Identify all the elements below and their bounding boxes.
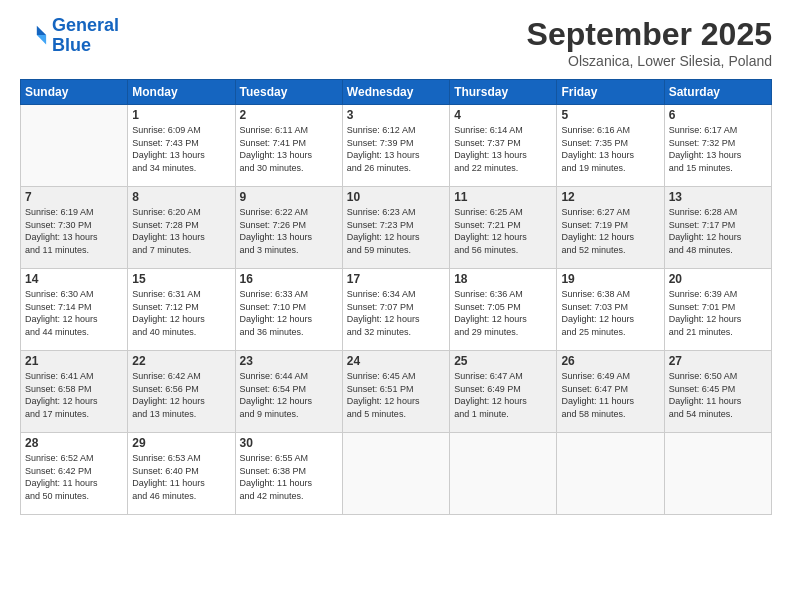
cell-info: Sunrise: 6:49 AM Sunset: 6:47 PM Dayligh… xyxy=(561,370,659,420)
cell-info: Sunrise: 6:30 AM Sunset: 7:14 PM Dayligh… xyxy=(25,288,123,338)
table-row: 11Sunrise: 6:25 AM Sunset: 7:21 PM Dayli… xyxy=(450,187,557,269)
table-row: 4Sunrise: 6:14 AM Sunset: 7:37 PM Daylig… xyxy=(450,105,557,187)
day-number: 25 xyxy=(454,354,552,368)
table-row: 1Sunrise: 6:09 AM Sunset: 7:43 PM Daylig… xyxy=(128,105,235,187)
col-saturday: Saturday xyxy=(664,80,771,105)
table-row: 7Sunrise: 6:19 AM Sunset: 7:30 PM Daylig… xyxy=(21,187,128,269)
calendar-week-row-4: 28Sunrise: 6:52 AM Sunset: 6:42 PM Dayli… xyxy=(21,433,772,515)
table-row xyxy=(450,433,557,515)
table-row: 2Sunrise: 6:11 AM Sunset: 7:41 PM Daylig… xyxy=(235,105,342,187)
table-row: 5Sunrise: 6:16 AM Sunset: 7:35 PM Daylig… xyxy=(557,105,664,187)
table-row: 10Sunrise: 6:23 AM Sunset: 7:23 PM Dayli… xyxy=(342,187,449,269)
day-number: 6 xyxy=(669,108,767,122)
day-number: 2 xyxy=(240,108,338,122)
day-number: 9 xyxy=(240,190,338,204)
day-number: 3 xyxy=(347,108,445,122)
cell-info: Sunrise: 6:38 AM Sunset: 7:03 PM Dayligh… xyxy=(561,288,659,338)
col-wednesday: Wednesday xyxy=(342,80,449,105)
day-number: 15 xyxy=(132,272,230,286)
day-number: 19 xyxy=(561,272,659,286)
table-row: 16Sunrise: 6:33 AM Sunset: 7:10 PM Dayli… xyxy=(235,269,342,351)
day-number: 28 xyxy=(25,436,123,450)
day-number: 17 xyxy=(347,272,445,286)
table-row: 19Sunrise: 6:38 AM Sunset: 7:03 PM Dayli… xyxy=(557,269,664,351)
table-row: 23Sunrise: 6:44 AM Sunset: 6:54 PM Dayli… xyxy=(235,351,342,433)
cell-info: Sunrise: 6:41 AM Sunset: 6:58 PM Dayligh… xyxy=(25,370,123,420)
cell-info: Sunrise: 6:34 AM Sunset: 7:07 PM Dayligh… xyxy=(347,288,445,338)
table-row: 29Sunrise: 6:53 AM Sunset: 6:40 PM Dayli… xyxy=(128,433,235,515)
calendar-week-row-3: 21Sunrise: 6:41 AM Sunset: 6:58 PM Dayli… xyxy=(21,351,772,433)
month-title: September 2025 xyxy=(527,16,772,53)
title-block: September 2025 Olszanica, Lower Silesia,… xyxy=(527,16,772,69)
logo: General Blue xyxy=(20,16,119,56)
calendar-week-row-0: 1Sunrise: 6:09 AM Sunset: 7:43 PM Daylig… xyxy=(21,105,772,187)
cell-info: Sunrise: 6:11 AM Sunset: 7:41 PM Dayligh… xyxy=(240,124,338,174)
col-monday: Monday xyxy=(128,80,235,105)
table-row: 27Sunrise: 6:50 AM Sunset: 6:45 PM Dayli… xyxy=(664,351,771,433)
table-row: 18Sunrise: 6:36 AM Sunset: 7:05 PM Dayli… xyxy=(450,269,557,351)
page: General Blue September 2025 Olszanica, L… xyxy=(0,0,792,612)
logo-text: General Blue xyxy=(52,16,119,56)
location: Olszanica, Lower Silesia, Poland xyxy=(527,53,772,69)
header: General Blue September 2025 Olszanica, L… xyxy=(20,16,772,69)
day-number: 22 xyxy=(132,354,230,368)
table-row: 3Sunrise: 6:12 AM Sunset: 7:39 PM Daylig… xyxy=(342,105,449,187)
table-row: 14Sunrise: 6:30 AM Sunset: 7:14 PM Dayli… xyxy=(21,269,128,351)
cell-info: Sunrise: 6:50 AM Sunset: 6:45 PM Dayligh… xyxy=(669,370,767,420)
day-number: 12 xyxy=(561,190,659,204)
table-row: 15Sunrise: 6:31 AM Sunset: 7:12 PM Dayli… xyxy=(128,269,235,351)
table-row xyxy=(664,433,771,515)
logo-icon xyxy=(20,22,48,50)
cell-info: Sunrise: 6:28 AM Sunset: 7:17 PM Dayligh… xyxy=(669,206,767,256)
day-number: 16 xyxy=(240,272,338,286)
table-row: 6Sunrise: 6:17 AM Sunset: 7:32 PM Daylig… xyxy=(664,105,771,187)
cell-info: Sunrise: 6:14 AM Sunset: 7:37 PM Dayligh… xyxy=(454,124,552,174)
calendar: Sunday Monday Tuesday Wednesday Thursday… xyxy=(20,79,772,515)
table-row: 26Sunrise: 6:49 AM Sunset: 6:47 PM Dayli… xyxy=(557,351,664,433)
cell-info: Sunrise: 6:31 AM Sunset: 7:12 PM Dayligh… xyxy=(132,288,230,338)
cell-info: Sunrise: 6:25 AM Sunset: 7:21 PM Dayligh… xyxy=(454,206,552,256)
day-number: 4 xyxy=(454,108,552,122)
day-number: 8 xyxy=(132,190,230,204)
day-number: 29 xyxy=(132,436,230,450)
cell-info: Sunrise: 6:12 AM Sunset: 7:39 PM Dayligh… xyxy=(347,124,445,174)
table-row xyxy=(342,433,449,515)
table-row: 13Sunrise: 6:28 AM Sunset: 7:17 PM Dayli… xyxy=(664,187,771,269)
calendar-week-row-1: 7Sunrise: 6:19 AM Sunset: 7:30 PM Daylig… xyxy=(21,187,772,269)
cell-info: Sunrise: 6:55 AM Sunset: 6:38 PM Dayligh… xyxy=(240,452,338,502)
table-row: 25Sunrise: 6:47 AM Sunset: 6:49 PM Dayli… xyxy=(450,351,557,433)
cell-info: Sunrise: 6:16 AM Sunset: 7:35 PM Dayligh… xyxy=(561,124,659,174)
cell-info: Sunrise: 6:09 AM Sunset: 7:43 PM Dayligh… xyxy=(132,124,230,174)
cell-info: Sunrise: 6:45 AM Sunset: 6:51 PM Dayligh… xyxy=(347,370,445,420)
day-number: 26 xyxy=(561,354,659,368)
table-row xyxy=(21,105,128,187)
cell-info: Sunrise: 6:52 AM Sunset: 6:42 PM Dayligh… xyxy=(25,452,123,502)
table-row: 28Sunrise: 6:52 AM Sunset: 6:42 PM Dayli… xyxy=(21,433,128,515)
table-row xyxy=(557,433,664,515)
cell-info: Sunrise: 6:27 AM Sunset: 7:19 PM Dayligh… xyxy=(561,206,659,256)
cell-info: Sunrise: 6:23 AM Sunset: 7:23 PM Dayligh… xyxy=(347,206,445,256)
col-sunday: Sunday xyxy=(21,80,128,105)
table-row: 22Sunrise: 6:42 AM Sunset: 6:56 PM Dayli… xyxy=(128,351,235,433)
day-number: 20 xyxy=(669,272,767,286)
day-number: 21 xyxy=(25,354,123,368)
cell-info: Sunrise: 6:22 AM Sunset: 7:26 PM Dayligh… xyxy=(240,206,338,256)
day-number: 13 xyxy=(669,190,767,204)
col-thursday: Thursday xyxy=(450,80,557,105)
table-row: 9Sunrise: 6:22 AM Sunset: 7:26 PM Daylig… xyxy=(235,187,342,269)
cell-info: Sunrise: 6:44 AM Sunset: 6:54 PM Dayligh… xyxy=(240,370,338,420)
day-number: 11 xyxy=(454,190,552,204)
cell-info: Sunrise: 6:36 AM Sunset: 7:05 PM Dayligh… xyxy=(454,288,552,338)
cell-info: Sunrise: 6:47 AM Sunset: 6:49 PM Dayligh… xyxy=(454,370,552,420)
table-row: 24Sunrise: 6:45 AM Sunset: 6:51 PM Dayli… xyxy=(342,351,449,433)
day-number: 7 xyxy=(25,190,123,204)
day-number: 1 xyxy=(132,108,230,122)
cell-info: Sunrise: 6:20 AM Sunset: 7:28 PM Dayligh… xyxy=(132,206,230,256)
col-tuesday: Tuesday xyxy=(235,80,342,105)
table-row: 8Sunrise: 6:20 AM Sunset: 7:28 PM Daylig… xyxy=(128,187,235,269)
day-number: 23 xyxy=(240,354,338,368)
cell-info: Sunrise: 6:53 AM Sunset: 6:40 PM Dayligh… xyxy=(132,452,230,502)
svg-marker-1 xyxy=(37,35,46,44)
day-number: 5 xyxy=(561,108,659,122)
table-row: 20Sunrise: 6:39 AM Sunset: 7:01 PM Dayli… xyxy=(664,269,771,351)
